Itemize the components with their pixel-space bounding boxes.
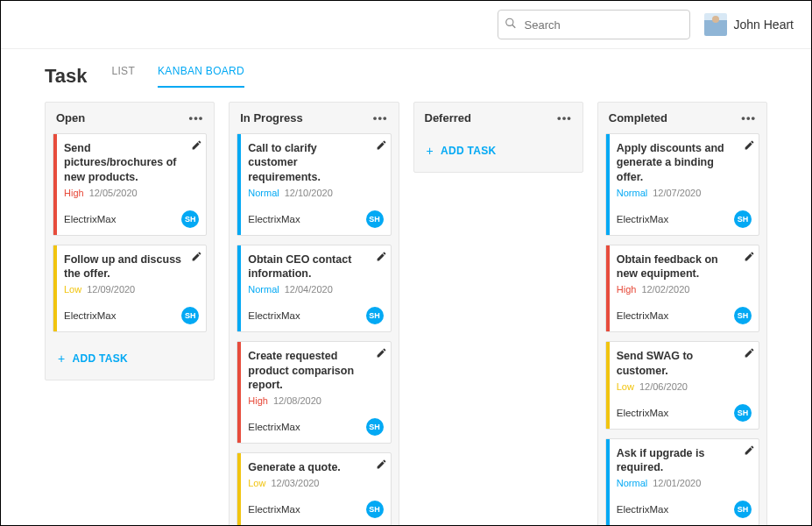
priority-label: Normal	[248, 188, 279, 198]
column-title: Deferred	[425, 111, 471, 124]
svg-point-0	[505, 18, 512, 25]
task-title: Obtain CEO contact information.	[248, 252, 383, 281]
assignee-badge: SH	[366, 418, 384, 436]
search-icon	[505, 18, 517, 32]
priority-label: High	[64, 188, 84, 198]
task-title: Follow up and discuss the offer.	[64, 252, 199, 281]
task-date: 12/08/2020	[273, 395, 321, 406]
task-title: Obtain feedback on new equipment.	[617, 252, 752, 281]
assignee-badge: SH	[181, 307, 199, 324]
column-title: Completed	[609, 111, 667, 124]
company-label: ElectrixMax	[64, 214, 116, 224]
task-title: Send SWAG to customer.	[617, 349, 752, 378]
task-title: Call to clarify customer requirements.	[248, 141, 383, 184]
column-inprogress: In Progress ••• Call to clarify customer…	[229, 102, 399, 526]
company-label: ElectrixMax	[617, 310, 668, 321]
svg-line-1	[512, 25, 515, 28]
priority-label: Low	[248, 478, 265, 488]
task-date: 12/02/2020	[641, 284, 689, 295]
task-card[interactable]: Obtain feedback on new equipment.High12/…	[605, 245, 759, 333]
task-card[interactable]: Send pictures/brochures of new products.…	[53, 133, 207, 236]
column-title: Open	[56, 111, 85, 124]
priority-label: Normal	[617, 188, 647, 198]
plus-icon: +	[58, 352, 65, 366]
task-date: 12/04/2020	[285, 284, 333, 295]
assignee-badge: SH	[734, 404, 752, 422]
avatar	[704, 13, 727, 36]
column-menu-icon[interactable]: •••	[741, 111, 756, 124]
tab-list[interactable]: LIST	[112, 65, 136, 88]
task-card[interactable]: Ask if upgrade is required.Normal12/01/2…	[605, 438, 759, 526]
company-label: ElectrixMax	[248, 214, 300, 224]
assignee-badge: SH	[181, 210, 199, 228]
tab-kanban[interactable]: KANBAN BOARD	[158, 65, 244, 88]
priority-label: Normal	[617, 478, 647, 488]
pencil-icon[interactable]	[191, 139, 202, 153]
task-card[interactable]: Obtain CEO contact information.Normal12/…	[237, 245, 391, 333]
pencil-icon[interactable]	[376, 458, 387, 473]
assignee-badge: SH	[366, 501, 384, 518]
task-title: Generate a quote.	[248, 460, 383, 474]
kanban-board: Open ••• Send pictures/brochures of new …	[1, 96, 811, 526]
pencil-icon[interactable]	[744, 444, 755, 458]
column-open: Open ••• Send pictures/brochures of new …	[45, 102, 215, 380]
task-date: 12/07/2020	[653, 188, 701, 198]
pencil-icon[interactable]	[744, 251, 755, 265]
pencil-icon[interactable]	[744, 347, 755, 361]
pencil-icon[interactable]	[376, 251, 387, 265]
task-title: Apply discounts and generate a binding o…	[617, 141, 752, 184]
column-title: In Progress	[240, 111, 303, 124]
task-card[interactable]: Send SWAG to customer.Low12/06/2020Elect…	[605, 341, 759, 430]
add-task-button[interactable]: +ADD TASK	[414, 133, 583, 170]
priority-label: Normal	[248, 284, 279, 295]
task-date: 12/06/2020	[639, 381, 688, 392]
pencil-icon[interactable]	[376, 347, 387, 361]
column-deferred: Deferred ••• +ADD TASK	[413, 102, 583, 173]
task-date: 12/03/2020	[271, 478, 319, 488]
company-label: ElectrixMax	[248, 504, 300, 515]
company-label: ElectrixMax	[64, 310, 116, 321]
priority-label: High	[617, 284, 637, 295]
task-date: 12/10/2020	[285, 188, 333, 198]
priority-label: Low	[64, 284, 81, 295]
task-date: 12/01/2020	[653, 478, 701, 488]
user-name: John Heart	[734, 18, 794, 32]
add-task-button[interactable]: +ADD TASK	[46, 341, 214, 378]
column-completed: Completed ••• Apply discounts and genera…	[597, 102, 767, 526]
task-date: 12/09/2020	[87, 284, 135, 295]
search-input[interactable]	[498, 10, 690, 39]
assignee-badge: SH	[366, 307, 384, 324]
pencil-icon[interactable]	[376, 139, 387, 153]
task-card[interactable]: Generate a quote.Low12/03/2020ElectrixMa…	[237, 452, 391, 526]
plus-icon: +	[427, 144, 434, 158]
task-card[interactable]: Create requested product comparison repo…	[237, 341, 391, 444]
column-menu-icon[interactable]: •••	[373, 111, 388, 124]
column-menu-icon[interactable]: •••	[557, 111, 572, 124]
priority-label: High	[248, 395, 268, 406]
pencil-icon[interactable]	[744, 139, 755, 153]
task-card[interactable]: Follow up and discuss the offer.Low12/09…	[53, 245, 207, 333]
search-box	[498, 10, 690, 39]
company-label: ElectrixMax	[617, 504, 668, 515]
task-title: Send pictures/brochures of new products.	[64, 141, 199, 184]
company-label: ElectrixMax	[617, 408, 668, 418]
task-title: Create requested product comparison repo…	[248, 349, 383, 392]
assignee-badge: SH	[734, 307, 752, 324]
user-menu[interactable]: John Heart	[704, 13, 794, 36]
task-card[interactable]: Apply discounts and generate a binding o…	[605, 133, 759, 236]
task-date: 12/05/2020	[89, 188, 138, 198]
column-menu-icon[interactable]: •••	[189, 111, 204, 124]
page-title: Task	[45, 65, 88, 88]
company-label: ElectrixMax	[248, 310, 300, 321]
assignee-badge: SH	[366, 210, 384, 228]
assignee-badge: SH	[734, 210, 752, 228]
priority-label: Low	[617, 381, 634, 392]
task-card[interactable]: Call to clarify customer requirements.No…	[237, 133, 391, 236]
pencil-icon[interactable]	[191, 251, 202, 265]
assignee-badge: SH	[734, 501, 752, 518]
company-label: ElectrixMax	[617, 214, 668, 224]
company-label: ElectrixMax	[248, 422, 300, 432]
task-title: Ask if upgrade is required.	[617, 446, 752, 475]
